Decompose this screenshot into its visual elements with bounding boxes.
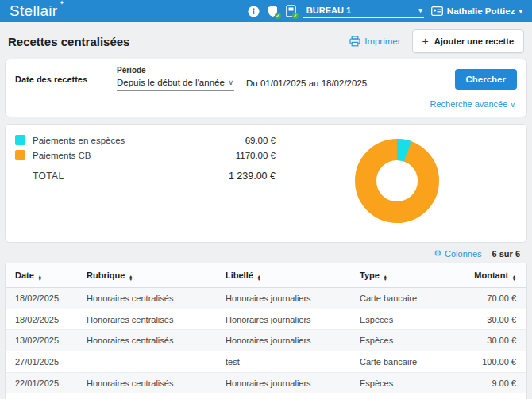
date-filter-label: Date des recettes bbox=[15, 66, 117, 84]
advanced-search-link[interactable]: Recherche avancée ∨ bbox=[430, 99, 516, 109]
period-label: Période bbox=[117, 66, 234, 75]
table-cell: 18/02/2025 bbox=[6, 309, 87, 330]
summary-panel: Paiements en espèces 69.00 € Paiements C… bbox=[5, 124, 527, 243]
period-field: Période Depuis le début de l'année ∨ bbox=[117, 66, 234, 91]
table-cell: Honoraires journaliers bbox=[226, 309, 360, 330]
chart-legend: Paiements en espèces 69.00 € Paiements C… bbox=[15, 135, 276, 234]
column-header[interactable]: Type▲▼ bbox=[360, 263, 463, 288]
id-card-icon bbox=[431, 6, 443, 16]
table-cell: Espèces bbox=[360, 309, 463, 330]
recettes-table-card: Date▲▼Rubrique▲▼Libellé▲▼Type▲▼Montant▲▼… bbox=[5, 263, 527, 399]
legend-label: Paiements CB bbox=[33, 151, 236, 160]
user-menu[interactable]: Nathalie Pottiez ▾ bbox=[431, 6, 522, 16]
sort-icon[interactable]: ▲▼ bbox=[384, 274, 387, 281]
title-bar: Recettes centralisées Imprimer + Ajouter… bbox=[0, 22, 532, 59]
printer-icon bbox=[349, 36, 360, 47]
table-body: 18/02/2025Honoraires centralisésHonorair… bbox=[6, 288, 526, 399]
filter-panel: Date des recettes Période Depuis le débu… bbox=[5, 59, 527, 117]
donut-chart bbox=[353, 136, 441, 234]
table-cell: 22/01/2025 bbox=[6, 372, 87, 393]
app-logo: Stellair✦ bbox=[10, 2, 64, 20]
legend-value: 1170.00 € bbox=[236, 151, 276, 160]
gear-icon: ⚙ bbox=[434, 248, 441, 259]
print-label: Imprimer bbox=[364, 36, 400, 46]
office-select[interactable]: BUREAU 1 ▾ bbox=[303, 4, 424, 18]
chevron-down-icon: ∨ bbox=[510, 101, 515, 109]
table-cell: 18/02/2025 bbox=[6, 288, 87, 309]
top-bar: Stellair✦ ✓ ✓ BUREAU 1 ▾ Nathalie Pottie… bbox=[0, 0, 532, 22]
chevron-down-icon: ▾ bbox=[519, 7, 522, 15]
table-cell: Honoraires centralisés bbox=[87, 309, 226, 330]
add-recette-label: Ajouter une recette bbox=[434, 36, 514, 46]
table-cell: 1000.00 € bbox=[463, 393, 526, 399]
legend-label: Paiements en espèces bbox=[33, 136, 245, 145]
period-select-value: Depuis le début de l'année bbox=[117, 78, 225, 87]
top-bar-right: ✓ ✓ BUREAU 1 ▾ Nathalie Pottiez ▾ bbox=[248, 4, 522, 18]
date-range-text: Du 01/01/2025 au 18/02/2025 bbox=[246, 66, 367, 88]
user-name: Nathalie Pottiez bbox=[447, 6, 515, 16]
app-logo-text: Stellair bbox=[10, 2, 57, 19]
table-cell: 13/02/2025 bbox=[6, 330, 87, 351]
table-cell: 9.00 € bbox=[463, 372, 526, 393]
table-cell: 27/01/2025 bbox=[6, 351, 87, 373]
sort-icon[interactable]: ▲▼ bbox=[38, 274, 42, 281]
page-title: Recettes centralisées bbox=[8, 35, 129, 48]
table-cell: Carte bancaire bbox=[360, 393, 463, 399]
print-button[interactable]: Imprimer bbox=[349, 36, 400, 47]
table-row[interactable]: 27/01/2025testCarte bancaire100.00 € bbox=[6, 351, 526, 373]
table-cell: 70.00 € bbox=[463, 288, 526, 309]
sort-icon[interactable]: ▲▼ bbox=[257, 274, 261, 281]
search-button[interactable]: Chercher bbox=[455, 69, 518, 90]
table-cell: Espèces bbox=[360, 330, 463, 351]
table-cell: Carte bancaire bbox=[360, 351, 463, 373]
advanced-search-label: Recherche avancée bbox=[430, 99, 508, 109]
table-cell: Carte bancaire bbox=[360, 288, 463, 309]
legend-swatch-cb bbox=[15, 150, 25, 160]
sort-icon[interactable]: ▲▼ bbox=[129, 274, 133, 281]
column-header[interactable]: Montant▲▼ bbox=[463, 263, 526, 288]
table-row[interactable]: 13/02/2025Honoraires centralisésHonorair… bbox=[6, 330, 526, 351]
table-cell: Honoraires centralisés bbox=[87, 288, 226, 309]
star-icon: ✦ bbox=[59, 0, 64, 6]
column-header[interactable]: Date▲▼ bbox=[6, 263, 87, 288]
legend-item-especes: Paiements en espèces 69.00 € bbox=[15, 135, 276, 145]
table-meta-row: ⚙ Colonnes 6 sur 6 bbox=[0, 243, 532, 263]
info-icon[interactable] bbox=[248, 6, 260, 17]
sort-icon[interactable]: ▲▼ bbox=[512, 274, 516, 281]
column-header[interactable]: Rubrique▲▼ bbox=[87, 263, 226, 288]
columns-label: Colonnes bbox=[445, 249, 481, 259]
total-row: TOTAL 1 239.00 € bbox=[15, 171, 276, 182]
table-cell: 06/01/2025 bbox=[6, 393, 87, 399]
table-cell: Honoraires journaliers bbox=[226, 288, 360, 309]
vitale-card-icon[interactable]: ✓ bbox=[267, 5, 279, 17]
table-cell: 100.00 € bbox=[463, 351, 526, 373]
table-cell bbox=[87, 351, 226, 373]
table-cell: 30.00 € bbox=[463, 309, 526, 330]
add-recette-button[interactable]: + Ajouter une recette bbox=[412, 29, 524, 53]
columns-button[interactable]: ⚙ Colonnes bbox=[434, 248, 481, 259]
table-cell: Honoraires journaliers bbox=[226, 372, 360, 393]
title-bar-actions: Imprimer + Ajouter une recette bbox=[349, 29, 524, 53]
table-cell: 30.00 € bbox=[463, 330, 526, 351]
column-header[interactable]: Libellé▲▼ bbox=[226, 263, 360, 288]
table-cell: Honoraires centralisés bbox=[87, 330, 226, 351]
office-select-value: BUREAU 1 bbox=[306, 6, 351, 15]
row-count: 6 sur 6 bbox=[492, 249, 520, 259]
table-row[interactable]: 22/01/2025Honoraires centralisésHonorair… bbox=[6, 372, 526, 393]
legend-value: 69.00 € bbox=[245, 136, 276, 145]
card-reader-icon[interactable]: ✓ bbox=[286, 5, 296, 17]
filter-row: Date des recettes Période Depuis le débu… bbox=[15, 66, 517, 91]
table-cell: QEDA004 bbox=[226, 393, 360, 399]
legend-swatch-cash bbox=[15, 135, 25, 145]
table-row[interactable]: 18/02/2025Honoraires centralisésHonorair… bbox=[6, 288, 526, 309]
plus-icon: + bbox=[422, 35, 429, 48]
table-row[interactable]: 06/01/2025QEDA004Carte bancaire1000.00 € bbox=[6, 393, 526, 399]
table-cell: Honoraires centralisés bbox=[87, 372, 226, 393]
status-check-icon: ✓ bbox=[292, 13, 299, 19]
table-header-row: Date▲▼Rubrique▲▼Libellé▲▼Type▲▼Montant▲▼ bbox=[6, 263, 526, 288]
period-select[interactable]: Depuis le début de l'année ∨ bbox=[117, 77, 234, 91]
table-cell: Espèces bbox=[360, 372, 463, 393]
table-row[interactable]: 18/02/2025Honoraires centralisésHonorair… bbox=[6, 309, 526, 330]
status-check-icon: ✓ bbox=[275, 13, 281, 19]
recettes-table: Date▲▼Rubrique▲▼Libellé▲▼Type▲▼Montant▲▼… bbox=[6, 263, 526, 399]
